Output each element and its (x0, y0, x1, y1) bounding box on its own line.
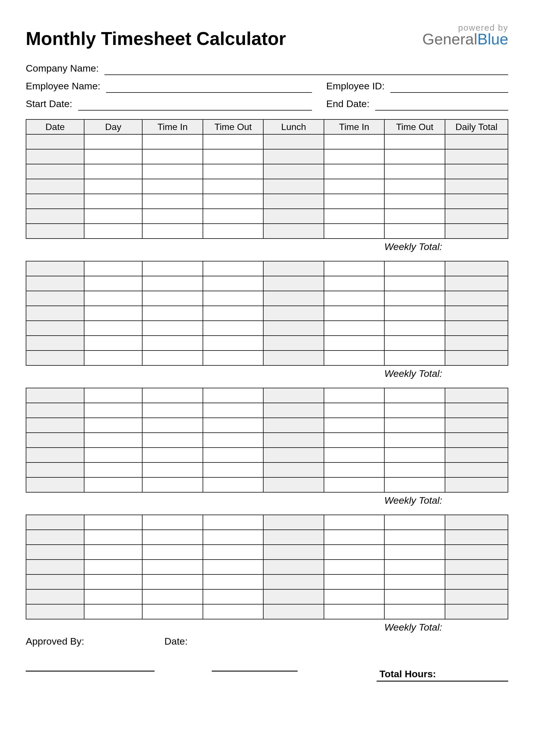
cell[interactable] (26, 559, 84, 575)
cell[interactable] (142, 276, 203, 291)
cell[interactable] (142, 149, 203, 164)
cell[interactable] (445, 179, 508, 194)
cell[interactable] (263, 589, 324, 604)
cell[interactable] (324, 388, 385, 403)
cell[interactable] (26, 433, 84, 447)
cell[interactable] (203, 291, 264, 306)
cell[interactable] (384, 388, 445, 403)
cell[interactable] (142, 545, 203, 559)
cell[interactable] (26, 604, 84, 619)
cell[interactable] (324, 545, 385, 559)
cell[interactable] (263, 463, 324, 477)
cell[interactable] (384, 164, 445, 179)
cell[interactable] (26, 321, 84, 336)
cell[interactable] (324, 351, 385, 365)
cell[interactable] (324, 224, 385, 238)
cell[interactable] (384, 589, 445, 604)
cell[interactable] (203, 403, 264, 418)
cell[interactable] (384, 351, 445, 365)
cell[interactable] (142, 604, 203, 619)
cell[interactable] (384, 224, 445, 238)
employee-name-field[interactable] (106, 78, 312, 93)
cell[interactable] (84, 447, 142, 463)
cell[interactable] (203, 589, 264, 604)
cell[interactable] (445, 224, 508, 238)
cell[interactable] (324, 164, 385, 179)
cell[interactable] (26, 447, 84, 463)
cell[interactable] (26, 134, 84, 149)
cell[interactable] (445, 321, 508, 336)
cell[interactable] (84, 306, 142, 321)
end-date-field[interactable] (375, 95, 508, 111)
cell[interactable] (142, 336, 203, 351)
cell[interactable] (324, 149, 385, 164)
cell[interactable] (324, 418, 385, 433)
cell[interactable] (324, 276, 385, 291)
cell[interactable] (142, 194, 203, 209)
cell[interactable] (203, 164, 264, 179)
cell[interactable] (203, 194, 264, 209)
cell[interactable] (142, 463, 203, 477)
cell[interactable] (445, 575, 508, 589)
cell[interactable] (445, 261, 508, 276)
cell[interactable] (324, 575, 385, 589)
cell[interactable] (324, 589, 385, 604)
cell[interactable] (203, 530, 264, 545)
cell[interactable] (142, 209, 203, 224)
cell[interactable] (384, 209, 445, 224)
cell[interactable] (203, 134, 264, 149)
cell[interactable] (26, 164, 84, 179)
cell[interactable] (142, 179, 203, 194)
cell[interactable] (324, 559, 385, 575)
cell[interactable] (26, 336, 84, 351)
cell[interactable] (324, 433, 385, 447)
cell[interactable] (142, 433, 203, 447)
cell[interactable] (84, 134, 142, 149)
cell[interactable] (203, 261, 264, 276)
cell[interactable] (445, 545, 508, 559)
cell[interactable] (324, 604, 385, 619)
cell[interactable] (263, 559, 324, 575)
cell[interactable] (84, 433, 142, 447)
cell[interactable] (84, 194, 142, 209)
cell[interactable] (26, 276, 84, 291)
cell[interactable] (324, 447, 385, 463)
cell[interactable] (384, 515, 445, 530)
cell[interactable] (445, 388, 508, 403)
cell[interactable] (26, 194, 84, 209)
cell[interactable] (26, 515, 84, 530)
cell[interactable] (203, 179, 264, 194)
cell[interactable] (26, 418, 84, 433)
cell[interactable] (142, 447, 203, 463)
cell[interactable] (263, 351, 324, 365)
cell[interactable] (263, 530, 324, 545)
cell[interactable] (26, 589, 84, 604)
cell[interactable] (263, 418, 324, 433)
cell[interactable] (26, 463, 84, 477)
cell[interactable] (324, 463, 385, 477)
cell[interactable] (445, 306, 508, 321)
cell[interactable] (203, 224, 264, 238)
cell[interactable] (26, 291, 84, 306)
start-date-field[interactable] (78, 95, 312, 111)
cell[interactable] (445, 447, 508, 463)
cell[interactable] (84, 276, 142, 291)
cell[interactable] (384, 149, 445, 164)
cell[interactable] (203, 418, 264, 433)
cell[interactable] (26, 209, 84, 224)
cell[interactable] (324, 291, 385, 306)
cell[interactable] (384, 403, 445, 418)
cell[interactable] (263, 515, 324, 530)
cell[interactable] (84, 463, 142, 477)
cell[interactable] (84, 477, 142, 492)
cell[interactable] (324, 179, 385, 194)
cell[interactable] (384, 179, 445, 194)
cell[interactable] (445, 276, 508, 291)
cell[interactable] (263, 306, 324, 321)
cell[interactable] (203, 321, 264, 336)
cell[interactable] (384, 194, 445, 209)
cell[interactable] (84, 418, 142, 433)
cell[interactable] (384, 530, 445, 545)
cell[interactable] (445, 559, 508, 575)
cell[interactable] (445, 463, 508, 477)
